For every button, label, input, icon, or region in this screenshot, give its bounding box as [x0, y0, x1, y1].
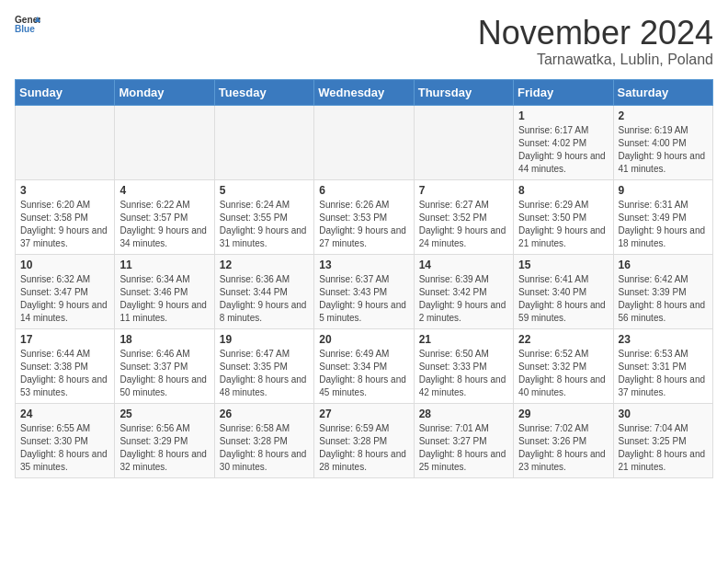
calendar-cell: 4Sunrise: 6:22 AMSunset: 3:57 PMDaylight…: [115, 179, 214, 254]
day-number: 2: [619, 109, 708, 122]
logo-icon: General Blue: [15, 15, 40, 35]
day-info: Sunrise: 6:52 AMSunset: 3:32 PMDaylight:…: [518, 348, 608, 399]
calendar-cell: 30Sunrise: 7:04 AMSunset: 3:25 PMDayligh…: [613, 403, 712, 477]
day-info: Sunrise: 6:31 AMSunset: 3:49 PMDaylight:…: [619, 199, 708, 250]
calendar-cell: 15Sunrise: 6:41 AMSunset: 3:40 PMDayligh…: [514, 254, 613, 328]
day-info: Sunrise: 6:36 AMSunset: 3:44 PMDaylight:…: [220, 273, 309, 325]
day-info: Sunrise: 6:37 AMSunset: 3:43 PMDaylight:…: [319, 273, 408, 325]
calendar-cell: 7Sunrise: 6:27 AMSunset: 3:52 PMDaylight…: [414, 179, 513, 254]
weekday-header-sunday: Sunday: [16, 79, 115, 105]
day-info: Sunrise: 6:59 AMSunset: 3:28 PMDaylight:…: [319, 422, 408, 474]
calendar-week-3: 10Sunrise: 6:32 AMSunset: 3:47 PMDayligh…: [16, 254, 713, 328]
day-info: Sunrise: 6:55 AMSunset: 3:30 PMDaylight:…: [20, 422, 109, 474]
calendar-week-4: 17Sunrise: 6:44 AMSunset: 3:38 PMDayligh…: [16, 328, 713, 403]
calendar-cell: 12Sunrise: 6:36 AMSunset: 3:44 PMDayligh…: [214, 254, 313, 328]
day-info: Sunrise: 6:42 AMSunset: 3:39 PMDaylight:…: [619, 273, 708, 325]
day-info: Sunrise: 6:29 AMSunset: 3:50 PMDaylight:…: [518, 199, 608, 250]
day-info: Sunrise: 7:04 AMSunset: 3:25 PMDaylight:…: [619, 422, 708, 474]
day-number: 20: [319, 333, 408, 346]
day-number: 4: [119, 184, 209, 197]
calendar-cell: 25Sunrise: 6:56 AMSunset: 3:29 PMDayligh…: [115, 403, 214, 477]
weekday-header-friday: Friday: [514, 79, 613, 105]
day-info: Sunrise: 6:34 AMSunset: 3:46 PMDaylight:…: [119, 273, 209, 325]
day-info: Sunrise: 6:27 AMSunset: 3:52 PMDaylight:…: [419, 199, 508, 250]
day-number: 12: [220, 259, 309, 271]
day-number: 3: [20, 184, 109, 197]
day-number: 26: [220, 408, 309, 420]
day-info: Sunrise: 6:41 AMSunset: 3:40 PMDaylight:…: [518, 273, 608, 325]
calendar-cell: 24Sunrise: 6:55 AMSunset: 3:30 PMDayligh…: [16, 403, 115, 477]
day-info: Sunrise: 6:32 AMSunset: 3:47 PMDaylight:…: [20, 273, 109, 325]
day-info: Sunrise: 6:26 AMSunset: 3:53 PMDaylight:…: [319, 199, 408, 250]
day-info: Sunrise: 7:02 AMSunset: 3:26 PMDaylight:…: [518, 422, 608, 474]
day-info: Sunrise: 7:01 AMSunset: 3:27 PMDaylight:…: [419, 422, 508, 474]
day-number: 22: [518, 333, 608, 346]
day-info: Sunrise: 6:49 AMSunset: 3:34 PMDaylight:…: [319, 348, 408, 399]
day-info: Sunrise: 6:39 AMSunset: 3:42 PMDaylight:…: [419, 273, 508, 325]
calendar-week-5: 24Sunrise: 6:55 AMSunset: 3:30 PMDayligh…: [16, 403, 713, 477]
calendar-cell: 5Sunrise: 6:24 AMSunset: 3:55 PMDaylight…: [214, 179, 313, 254]
weekday-header-monday: Monday: [115, 79, 214, 105]
day-number: 8: [518, 184, 608, 197]
day-info: Sunrise: 6:46 AMSunset: 3:37 PMDaylight:…: [119, 348, 209, 399]
day-number: 13: [319, 259, 408, 271]
month-title: November 2024: [478, 15, 713, 52]
calendar-cell: [414, 105, 513, 179]
calendar-cell: 1Sunrise: 6:17 AMSunset: 4:02 PMDaylight…: [514, 105, 613, 179]
day-number: 25: [119, 408, 209, 420]
day-number: 24: [20, 408, 109, 420]
day-number: 10: [20, 259, 109, 271]
calendar-cell: 19Sunrise: 6:47 AMSunset: 3:35 PMDayligh…: [214, 328, 313, 403]
day-info: Sunrise: 6:53 AMSunset: 3:31 PMDaylight:…: [619, 348, 708, 399]
calendar-cell: 27Sunrise: 6:59 AMSunset: 3:28 PMDayligh…: [314, 403, 414, 477]
day-number: 5: [220, 184, 309, 197]
calendar-cell: 13Sunrise: 6:37 AMSunset: 3:43 PMDayligh…: [314, 254, 414, 328]
day-number: 14: [419, 259, 508, 271]
day-info: Sunrise: 6:22 AMSunset: 3:57 PMDaylight:…: [119, 199, 209, 250]
weekday-header-thursday: Thursday: [414, 79, 513, 105]
day-info: Sunrise: 6:58 AMSunset: 3:28 PMDaylight:…: [220, 422, 309, 474]
calendar-cell: [214, 105, 313, 179]
calendar-cell: 3Sunrise: 6:20 AMSunset: 3:58 PMDaylight…: [16, 179, 115, 254]
day-number: 30: [619, 408, 708, 420]
calendar-week-1: 1Sunrise: 6:17 AMSunset: 4:02 PMDaylight…: [16, 105, 713, 179]
calendar-cell: 2Sunrise: 6:19 AMSunset: 4:00 PMDaylight…: [613, 105, 712, 179]
calendar-cell: 10Sunrise: 6:32 AMSunset: 3:47 PMDayligh…: [16, 254, 115, 328]
calendar-cell: 23Sunrise: 6:53 AMSunset: 3:31 PMDayligh…: [613, 328, 712, 403]
day-number: 15: [518, 259, 608, 271]
calendar-cell: 21Sunrise: 6:50 AMSunset: 3:33 PMDayligh…: [414, 328, 513, 403]
day-number: 29: [518, 408, 608, 420]
calendar-cell: 22Sunrise: 6:52 AMSunset: 3:32 PMDayligh…: [514, 328, 613, 403]
calendar-cell: [115, 105, 214, 179]
day-number: 1: [518, 109, 608, 122]
day-info: Sunrise: 6:20 AMSunset: 3:58 PMDaylight:…: [20, 199, 109, 250]
calendar-cell: 20Sunrise: 6:49 AMSunset: 3:34 PMDayligh…: [314, 328, 414, 403]
day-info: Sunrise: 6:24 AMSunset: 3:55 PMDaylight:…: [220, 199, 309, 250]
calendar-cell: 18Sunrise: 6:46 AMSunset: 3:37 PMDayligh…: [115, 328, 214, 403]
calendar-cell: 26Sunrise: 6:58 AMSunset: 3:28 PMDayligh…: [214, 403, 313, 477]
day-info: Sunrise: 6:47 AMSunset: 3:35 PMDaylight:…: [220, 348, 309, 399]
calendar-cell: 11Sunrise: 6:34 AMSunset: 3:46 PMDayligh…: [115, 254, 214, 328]
day-number: 17: [20, 333, 109, 346]
calendar-cell: 9Sunrise: 6:31 AMSunset: 3:49 PMDaylight…: [613, 179, 712, 254]
day-number: 27: [319, 408, 408, 420]
weekday-header-wednesday: Wednesday: [314, 79, 414, 105]
day-number: 21: [419, 333, 508, 346]
title-area: November 2024 Tarnawatka, Lublin, Poland: [478, 15, 713, 68]
day-info: Sunrise: 6:50 AMSunset: 3:33 PMDaylight:…: [419, 348, 508, 399]
day-number: 16: [619, 259, 708, 271]
calendar-cell: 16Sunrise: 6:42 AMSunset: 3:39 PMDayligh…: [613, 254, 712, 328]
calendar-cell: 28Sunrise: 7:01 AMSunset: 3:27 PMDayligh…: [414, 403, 513, 477]
header: General Blue November 2024 Tarnawatka, L…: [15, 15, 713, 68]
day-number: 28: [419, 408, 508, 420]
calendar-cell: 8Sunrise: 6:29 AMSunset: 3:50 PMDaylight…: [514, 179, 613, 254]
calendar-cell: 14Sunrise: 6:39 AMSunset: 3:42 PMDayligh…: [414, 254, 513, 328]
svg-text:Blue: Blue: [15, 24, 35, 34]
logo: General Blue: [15, 15, 40, 35]
calendar-cell: 17Sunrise: 6:44 AMSunset: 3:38 PMDayligh…: [16, 328, 115, 403]
day-number: 23: [619, 333, 708, 346]
calendar-cell: [16, 105, 115, 179]
day-number: 7: [419, 184, 508, 197]
day-info: Sunrise: 6:17 AMSunset: 4:02 PMDaylight:…: [518, 124, 608, 176]
day-info: Sunrise: 6:44 AMSunset: 3:38 PMDaylight:…: [20, 348, 109, 399]
